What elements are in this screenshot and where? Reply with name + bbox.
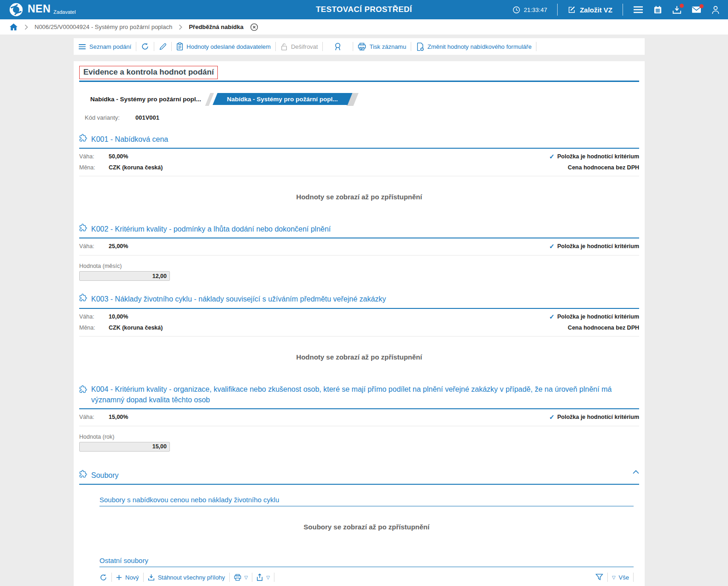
weight-value: 25,00% <box>109 243 128 249</box>
clock-time: 21:33:47 <box>524 6 547 13</box>
price-files-subsection: Soubory s nabídkovou cenou nebo náklady … <box>99 496 634 541</box>
puzzle-icon <box>79 385 87 393</box>
printer-icon <box>234 574 241 581</box>
weight-label: Váha: <box>79 313 109 320</box>
check-icon: ✓ <box>549 413 554 421</box>
unlock-icon <box>280 43 288 51</box>
new-file-button[interactable]: Nový <box>116 574 139 581</box>
refresh-icon[interactable] <box>99 574 107 581</box>
download-all-button[interactable]: Stáhnout všechny přílohy <box>148 574 225 581</box>
title-rule <box>79 81 639 82</box>
evaluation-criterion-flag: ✓ Položka je hodnotící kritérium <box>549 313 639 320</box>
value-field-label: Hodnota (rok) <box>79 434 639 440</box>
caret-down-icon: ▽ <box>612 575 616 580</box>
collapse-chevron-up-icon[interactable] <box>633 470 639 474</box>
clipboard-icon <box>176 42 183 51</box>
breadcrumb-item-current[interactable]: Předběžná nabídka <box>189 23 243 30</box>
criterion-section-k004: K004 - Kritérium kvality - organizace, k… <box>79 384 639 452</box>
brand-name: NEN <box>28 2 51 16</box>
brand-role: Zadavatel <box>53 9 76 15</box>
check-icon: ✓ <box>549 153 554 160</box>
values-placeholder: Hodnoty se zobrazí až po zpřístupnění <box>79 337 639 371</box>
puzzle-icon <box>79 224 87 232</box>
criterion-title: K002 - Kritérium kvality - podmínky a lh… <box>91 224 331 234</box>
messages-button[interactable] <box>692 6 701 13</box>
record-toolbar: Seznam podání Hodnoty odeslané dodavatel… <box>74 38 645 55</box>
download-icon <box>148 574 155 581</box>
downloads-button[interactable] <box>672 6 681 14</box>
breadcrumb: N006/25/V00004924 - Systémy pro požární … <box>0 19 728 35</box>
criterion-title: K001 - Nabídková cena <box>91 134 168 145</box>
hodnoty-odeslane-button[interactable]: Hodnoty odeslané dodavatelem <box>176 42 271 51</box>
refresh-button[interactable] <box>141 42 149 51</box>
variant-code-label: Kód varianty: <box>85 114 135 121</box>
value-field-group: Hodnota (měsíc) <box>79 263 639 281</box>
close-circle-icon[interactable] <box>250 23 258 31</box>
weight-label: Váha: <box>79 414 109 420</box>
filter-all-dropdown[interactable]: ▽ Vše <box>612 574 629 581</box>
export-menu-button[interactable]: ▽ <box>256 574 270 581</box>
refresh-icon <box>141 42 149 51</box>
share-icon <box>256 574 263 581</box>
check-icon: ✓ <box>549 243 554 250</box>
puzzle-icon <box>79 134 87 142</box>
weight-value: 15,00% <box>109 414 128 420</box>
values-placeholder: Hodnoty se zobrazí až po zpřístupnění <box>79 176 639 211</box>
person-icon <box>711 6 720 14</box>
tab-nabidka-2-active[interactable]: Nabídka - Systémy pro požární popl... <box>215 93 350 105</box>
weight-value: 50,00% <box>109 153 128 160</box>
tab-nabidka-1[interactable]: Nabídka - Systémy pro požární popl... <box>85 93 215 105</box>
submission-tabs: Nabídka - Systémy pro požární popl... Na… <box>85 93 645 105</box>
plus-icon <box>116 574 122 580</box>
other-files-title: Ostatní soubory <box>99 557 634 567</box>
menu-button[interactable] <box>633 6 643 13</box>
price-files-title: Soubory s nabídkovou cenou nebo náklady … <box>99 496 634 506</box>
currency-value: CZK (koruna česká) <box>109 325 163 331</box>
header-divider <box>623 4 623 16</box>
chevron-right-icon <box>24 24 28 30</box>
clock-display: 21:33:47 <box>513 6 547 14</box>
pencil-icon <box>159 43 167 51</box>
other-files-subsection: Ostatní soubory Nový Stáhnou <box>99 557 634 586</box>
header-divider <box>557 4 558 16</box>
evaluation-criterion-flag: ✓ Položka je hodnotící kritérium <box>549 243 639 250</box>
weight-label: Váha: <box>79 243 109 249</box>
tisk-zaznamu-button[interactable]: Tisk záznamu <box>358 43 406 51</box>
clock-icon <box>513 6 520 14</box>
weight-value: 10,00% <box>109 313 128 320</box>
value-field-input[interactable] <box>79 271 170 281</box>
weight-label: Váha: <box>79 153 109 160</box>
value-field-group: Hodnota (rok) <box>79 434 639 452</box>
seznam-podani-button[interactable]: Seznam podání <box>78 43 131 50</box>
files-placeholder: Soubory se zobrazí až po zpřístupnění <box>99 506 634 541</box>
files-section-title: Soubory <box>91 470 119 481</box>
edit-button[interactable] <box>159 43 167 51</box>
create-vz-button[interactable]: Založit VZ <box>568 6 612 14</box>
funnel-filter-icon[interactable] <box>595 574 603 581</box>
home-icon[interactable] <box>9 23 18 31</box>
nen-logo[interactable]: NEN Zadavatel <box>8 2 76 17</box>
seal-button[interactable] <box>334 42 342 51</box>
caret-down-icon: ▽ <box>266 575 270 580</box>
zmenit-hodnoty-button[interactable]: Změnit hodnoty nabídkového formuláře <box>416 42 531 51</box>
variant-code-row: Kód varianty: 001V001 <box>85 114 645 121</box>
criterion-title: K004 - Kritérium kvality - organizace, k… <box>91 384 639 405</box>
breadcrumb-item-procedure[interactable]: N006/25/V00004924 - Systémy pro požární … <box>35 23 172 30</box>
criterion-section-k003: K003 - Náklady životního cyklu - náklady… <box>79 294 639 371</box>
print-menu-button[interactable]: ▽ <box>234 574 248 581</box>
variant-code-value: 001V001 <box>135 114 159 121</box>
user-profile-button[interactable] <box>711 6 720 14</box>
calendar-icon <box>653 6 662 14</box>
value-field-input[interactable] <box>79 442 170 452</box>
printer-icon <box>358 43 366 51</box>
page-title: Evidence a kontrola hodnot podání <box>79 66 218 79</box>
puzzle-icon <box>79 470 87 478</box>
desifrovat-button[interactable]: Dešifrovat <box>280 43 318 51</box>
currency-value: CZK (koruna česká) <box>109 164 163 171</box>
calendar-button[interactable] <box>653 6 662 14</box>
evaluation-criterion-flag: ✓ Položka je hodnotící kritérium <box>549 413 639 421</box>
evaluation-criterion-flag: ✓ Položka je hodnotící kritérium <box>549 153 639 160</box>
list-icon <box>78 44 86 50</box>
criterion-section-k002: K002 - Kritérium kvality - podmínky a lh… <box>79 224 639 281</box>
downloads-badge <box>680 4 684 8</box>
